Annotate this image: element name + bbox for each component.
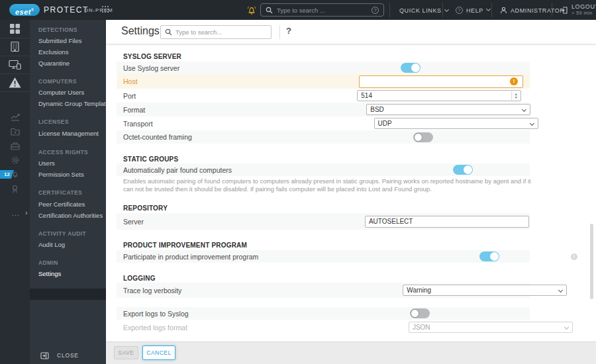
exported-format-value: JSON xyxy=(413,324,430,331)
close-label: CLOSE xyxy=(57,352,79,359)
port-input[interactable]: 514 ▲▼ xyxy=(357,90,521,101)
section-product-improvement: PRODUCT IMPROVEMENT PROGRAM xyxy=(123,242,521,249)
section-logging: LOGGING xyxy=(123,275,521,282)
topbar-divider xyxy=(389,3,390,17)
chevron-down-icon xyxy=(558,288,563,293)
more-menu[interactable]: ... xyxy=(12,209,20,217)
row-port: Port 514 ▲▼ xyxy=(117,89,530,103)
sidebar-item-exclusions[interactable]: Exclusions xyxy=(38,48,68,57)
sidebar-item-peer-certificates[interactable]: Peer Certificates xyxy=(38,200,85,209)
section-header-detections: DETECTIONS xyxy=(38,25,77,34)
sidebar-item-computer-users[interactable]: Computer Users xyxy=(38,88,84,97)
section-header-access-rights: ACCESS RIGHTS xyxy=(38,148,88,157)
installers-icon[interactable] xyxy=(0,142,30,150)
page-header: Settings ? xyxy=(106,20,596,44)
help-label: HELP xyxy=(466,7,483,14)
section-syslog-server: SYSLOG SERVER xyxy=(123,53,521,60)
settings-search-input[interactable] xyxy=(175,28,267,36)
section-header-certificates: CERTIFICATES xyxy=(38,188,82,197)
collapse-sidebar-button[interactable]: CLOSE xyxy=(30,349,106,361)
sidebar-item-quarantine[interactable]: Quarantine xyxy=(38,59,70,68)
chevron-down-icon xyxy=(522,107,526,112)
reports-icon[interactable] xyxy=(0,113,30,121)
expand-sidebar-icon[interactable]: › xyxy=(25,208,28,216)
page-help-icon[interactable]: ? xyxy=(286,26,291,36)
format-value: BSD xyxy=(370,106,384,113)
header-divider xyxy=(279,25,280,39)
notification-bell-icon[interactable] xyxy=(246,4,258,16)
logout-button[interactable]: LOGOUT > 59 min xyxy=(560,4,596,16)
policies-icon[interactable] xyxy=(0,156,30,165)
vertical-scrollbar[interactable] xyxy=(590,224,593,299)
repository-server-input[interactable]: AUTOSELECT xyxy=(365,216,529,228)
page-title: Settings xyxy=(121,25,160,37)
octet-framing-label: Octet-counted framing xyxy=(123,133,192,141)
topbar-divider xyxy=(491,3,492,17)
chevron-down-icon xyxy=(564,325,569,330)
transport-select[interactable]: UDP xyxy=(374,118,538,129)
auto-pair-toggle[interactable] xyxy=(453,165,473,175)
participate-label: Participate in product improvement progr… xyxy=(123,253,258,261)
settings-content: SYSLOG SERVER Use Syslog server Host ! P… xyxy=(106,44,596,341)
user-menu[interactable]: ADMINISTRATOR xyxy=(500,7,564,14)
sidebar-item-audit-log[interactable]: Audit Log xyxy=(38,240,65,250)
sidebar-item-submitted-files[interactable]: Submitted Files xyxy=(38,36,81,46)
host-label: Host xyxy=(123,77,138,85)
sidebar-item-settings[interactable]: Settings xyxy=(38,269,61,279)
logout-icon xyxy=(560,6,568,15)
app-window: eset® PROTECT ON-PREM ? QUICK LINKS ? HE… xyxy=(0,0,596,364)
info-icon: i xyxy=(571,253,577,260)
use-syslog-label: Use Syslog server xyxy=(123,64,179,72)
host-input[interactable] xyxy=(359,75,523,88)
search-help-icon[interactable]: ? xyxy=(372,7,379,14)
dashboard-icon[interactable] xyxy=(0,23,30,34)
quick-links-label: QUICK LINKS xyxy=(399,7,442,14)
export-syslog-toggle[interactable] xyxy=(410,308,430,318)
cancel-button[interactable]: CANCEL xyxy=(142,345,175,360)
topbar-divider xyxy=(442,3,443,17)
detections-icon[interactable] xyxy=(0,77,30,89)
warning-icon: ! xyxy=(510,77,518,85)
top-bar: eset® PROTECT ON-PREM ? QUICK LINKS ? HE… xyxy=(0,0,596,20)
quick-links-menu[interactable]: QUICK LINKS xyxy=(399,7,448,14)
global-search-input[interactable] xyxy=(277,7,368,14)
tasks-icon[interactable] xyxy=(0,128,30,136)
rail-divider xyxy=(0,38,30,38)
chevron-down-icon xyxy=(486,7,491,11)
row-host: Host ! xyxy=(117,74,530,89)
sidebar-item-license-management[interactable]: License Management xyxy=(38,129,99,138)
trace-verbosity-select[interactable]: Warning xyxy=(403,285,567,296)
row-trace-verbosity: Trace log verbosity Warning xyxy=(117,283,530,298)
port-label: Port xyxy=(123,92,136,100)
sidebar-item-users[interactable]: Users xyxy=(38,159,55,168)
help-menu[interactable]: ? HELP xyxy=(456,6,490,14)
sidebar-item-permission-sets[interactable]: Permission Sets xyxy=(38,170,84,179)
row-repository-server: Server AUTOSELECT xyxy=(117,213,530,230)
settings-search[interactable] xyxy=(160,25,272,39)
export-syslog-label: Export logs to Syslog xyxy=(123,310,189,318)
participate-toggle[interactable] xyxy=(479,251,499,261)
global-search[interactable]: ? xyxy=(260,3,384,17)
user-icon xyxy=(500,7,507,14)
save-button[interactable]: SAVE xyxy=(114,346,138,359)
app-grid-icon[interactable] xyxy=(102,6,111,15)
rail-divider xyxy=(0,91,30,92)
format-select[interactable]: BSD xyxy=(366,104,530,115)
status-icon[interactable] xyxy=(0,185,30,194)
repository-server-label: Server xyxy=(123,218,144,226)
section-header-licenses: LICENSES xyxy=(38,117,69,126)
row-use-syslog: Use Syslog server xyxy=(117,62,530,74)
port-stepper[interactable]: ▲▼ xyxy=(511,91,520,100)
computers-icon[interactable] xyxy=(0,41,30,52)
octet-framing-toggle[interactable] xyxy=(413,132,433,142)
trace-verbosity-value: Warning xyxy=(407,287,431,294)
row-format: Format BSD xyxy=(117,103,530,116)
row-exported-format: Exported logs format JSON xyxy=(117,320,530,335)
sidebar-item-certification-authorities[interactable]: Certification Authorities xyxy=(38,211,103,220)
user-label: ADMINISTRATOR xyxy=(511,7,564,14)
use-syslog-toggle[interactable] xyxy=(401,63,421,73)
sidebar-item-dynamic-group-templates[interactable]: Dynamic Group Templates xyxy=(38,99,113,109)
devices-icon[interactable] xyxy=(0,59,30,70)
chevron-down-icon xyxy=(530,121,534,126)
auto-pair-description: Enables automatic pairing of found compu… xyxy=(123,177,532,193)
